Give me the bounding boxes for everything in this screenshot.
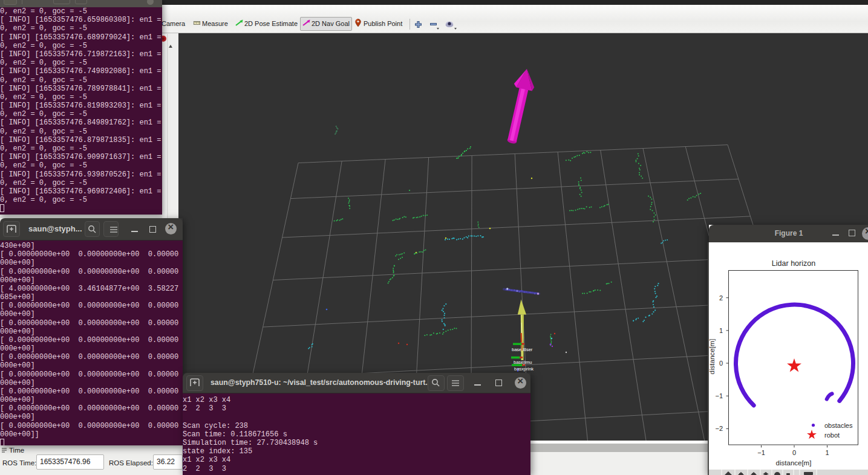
svg-text:Lidar horizon: Lidar horizon: [772, 259, 815, 268]
svg-text:0: 0: [792, 449, 796, 456]
svg-text:distance[m]: distance[m]: [709, 339, 716, 375]
svg-text:1: 1: [719, 327, 723, 334]
svg-text:basxprink: basxprink: [514, 366, 534, 372]
svg-text:base l8ser: base l8ser: [512, 347, 533, 352]
svg-text:−1: −1: [715, 392, 723, 399]
svg-text:1: 1: [825, 449, 829, 456]
svg-text:−2: −2: [715, 425, 723, 432]
svg-text:base|imu: base|imu: [514, 360, 532, 365]
svg-text:robot: robot: [824, 431, 840, 439]
svg-text:−1: −1: [757, 449, 765, 456]
svg-text:2: 2: [719, 294, 723, 302]
svg-text:distance[m]: distance[m]: [776, 459, 812, 467]
svg-text:obstacles: obstacles: [824, 422, 853, 429]
svg-text:0: 0: [719, 360, 723, 367]
